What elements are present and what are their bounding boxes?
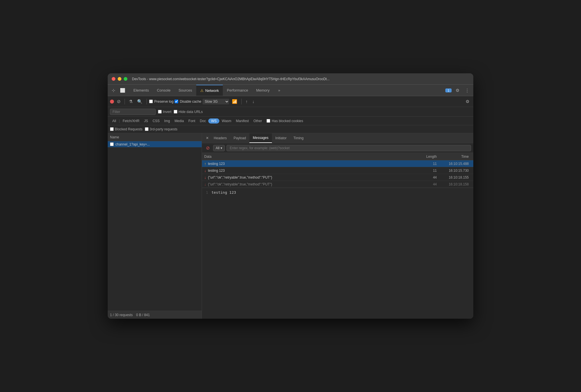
tab-elements[interactable]: Elements <box>129 85 153 96</box>
list-item[interactable]: ↓ {"url":"ok","retryable":true,"method":… <box>202 181 473 188</box>
blocked-requests-checkbox[interactable]: Blocked Requests <box>110 127 143 131</box>
tab-performance[interactable]: Performance <box>223 85 252 96</box>
filter-icon[interactable]: ⚗ <box>127 98 134 105</box>
type-btn-doc[interactable]: Doc <box>198 118 208 124</box>
settings-icon[interactable]: ⚙ <box>454 87 461 94</box>
preserve-log-input[interactable] <box>149 100 153 103</box>
requests-list-spacer <box>108 147 202 311</box>
tab-initiator[interactable]: Initiator <box>272 133 290 143</box>
requests-header: Name <box>108 133 202 141</box>
requests-count: 1 / 30 requests <box>110 313 133 317</box>
tab-timing[interactable]: Timing <box>290 133 307 143</box>
messages-toolbar: ⊘ All ▾ <box>202 143 473 153</box>
third-party-input[interactable] <box>145 127 149 131</box>
minimize-button[interactable] <box>118 77 121 81</box>
toolbar-divider-3 <box>241 99 242 104</box>
hide-data-urls-input[interactable] <box>174 110 177 114</box>
close-button[interactable] <box>112 77 115 81</box>
warning-icon: ⚠ <box>200 88 204 93</box>
list-item[interactable]: ↓ {"url":"ok","retryable":true,"method":… <box>202 174 473 181</box>
message-search-input[interactable] <box>227 145 471 151</box>
tab-headers[interactable]: Headers <box>210 133 230 143</box>
list-item[interactable]: ↑ testing 123 11 16:10:15.488 <box>202 160 473 167</box>
type-btn-ws[interactable]: WS <box>208 118 219 124</box>
message-time: 16:10:18.155 <box>437 175 471 179</box>
network-settings-icon[interactable]: ⚙ <box>464 98 471 105</box>
detail-close-button[interactable]: × <box>204 136 210 140</box>
arrow-down-icon: ↓ <box>204 182 206 187</box>
name-column-header: Name <box>110 135 119 139</box>
main-content: Name channel_1?api_key=... 1 / 30 reques… <box>108 133 473 319</box>
invert-input[interactable] <box>158 110 162 114</box>
tab-memory[interactable]: Memory <box>252 85 274 96</box>
sep1: | <box>118 119 120 123</box>
messages-table-header: Data Length Time <box>202 153 473 160</box>
type-btn-wasm[interactable]: Wasm <box>219 118 234 124</box>
record-button[interactable] <box>110 100 114 104</box>
tab-payload[interactable]: Payload <box>230 133 249 143</box>
blocked-requests-input[interactable] <box>110 127 114 131</box>
arrow-down-icon: ↓ <box>204 168 206 173</box>
tab-network[interactable]: ⚠ Network <box>196 85 223 96</box>
type-filter-bar: All | Fetch/XHR JS CSS Img Media Font Do… <box>108 117 473 125</box>
message-filter-button[interactable]: All ▾ <box>213 145 225 151</box>
message-time: 16:10:15.730 <box>437 169 471 173</box>
blocked-filter-bar: Blocked Requests 3rd-party requests <box>108 125 473 133</box>
throttle-select[interactable]: No throttling Fast 3G Slow 3G Offline <box>203 99 229 104</box>
type-btn-media[interactable]: Media <box>172 118 186 124</box>
type-btn-other[interactable]: Other <box>251 118 264 124</box>
cursor-icon[interactable]: ⊹ <box>110 87 117 94</box>
requests-panel: Name channel_1?api_key=... 1 / 30 reques… <box>108 133 202 319</box>
tab-more[interactable]: » <box>274 85 284 96</box>
disable-cache-checkbox[interactable]: Disable cache <box>175 100 201 104</box>
third-party-checkbox[interactable]: 3rd-party requests <box>145 127 177 131</box>
preserve-log-checkbox[interactable]: Preserve log <box>149 100 173 104</box>
type-btn-js[interactable]: JS <box>142 118 150 124</box>
preview-content: testing 123 <box>211 190 236 195</box>
main-tab-bar: ⊹ ⬜ Elements Console Sources ⚠ Network P… <box>108 85 473 96</box>
request-checkbox[interactable] <box>110 142 114 146</box>
clear-icon[interactable]: ⊘ <box>115 98 122 105</box>
message-time: 16:10:15.488 <box>437 162 471 166</box>
message-text: {"url":"ok","retryable":true,"method":"P… <box>208 182 414 186</box>
message-text: testing 123 <box>208 169 414 173</box>
type-btn-all[interactable]: All <box>110 118 118 124</box>
download-icon[interactable]: ↓ <box>251 98 256 105</box>
more-options-icon[interactable]: ⋮ <box>463 87 471 94</box>
data-column-header: Data <box>204 155 414 159</box>
message-length: 44 <box>414 175 437 179</box>
table-row[interactable]: channel_1?api_key=... <box>108 141 202 147</box>
arrow-down-icon: ↓ <box>204 175 206 180</box>
has-blocked-cookies-input[interactable] <box>267 119 270 123</box>
disable-cache-input[interactable] <box>175 100 178 103</box>
type-btn-css[interactable]: CSS <box>150 118 162 124</box>
search-icon[interactable]: 🔍 <box>135 98 144 105</box>
upload-icon[interactable]: ↑ <box>244 98 250 105</box>
list-item[interactable]: ↓ testing 123 11 16:10:15.730 <box>202 167 473 174</box>
block-icon[interactable]: ⊘ <box>204 144 211 152</box>
devtools-container: ⊹ ⬜ Elements Console Sources ⚠ Network P… <box>108 85 473 319</box>
type-btn-img[interactable]: Img <box>162 118 172 124</box>
length-column-header: Length <box>414 155 437 159</box>
message-preview: 1testing 123 <box>202 188 473 197</box>
toolbar-divider-2 <box>147 99 147 104</box>
tab-sources[interactable]: Sources <box>175 85 196 96</box>
filter-input[interactable] <box>110 109 156 115</box>
device-icon[interactable]: ⬜ <box>118 87 127 94</box>
message-text: testing 123 <box>208 162 414 166</box>
invert-checkbox[interactable]: Invert <box>158 110 171 114</box>
type-btn-manifest[interactable]: Manifest <box>234 118 251 124</box>
has-blocked-cookies-container: Has blocked cookies <box>267 119 303 123</box>
tab-console[interactable]: Console <box>153 85 175 96</box>
message-text: {"url":"ok","retryable":true,"method":"P… <box>208 175 414 179</box>
time-column-header: Time <box>437 155 471 159</box>
message-length: 44 <box>414 182 437 186</box>
type-btn-font[interactable]: Font <box>186 118 198 124</box>
tab-messages[interactable]: Messages <box>249 133 272 143</box>
type-btn-fetch-xhr[interactable]: Fetch/XHR <box>120 118 142 124</box>
hide-data-urls-checkbox[interactable]: Hide data URLs <box>174 110 203 114</box>
maximize-button[interactable] <box>124 77 127 81</box>
window-title: DevTools - www.piesocket.com/websocket-t… <box>132 77 330 81</box>
wifi-icon[interactable]: 📶 <box>230 98 239 105</box>
detail-tabs: × Headers Payload Messages Initiator Tim… <box>202 133 473 143</box>
